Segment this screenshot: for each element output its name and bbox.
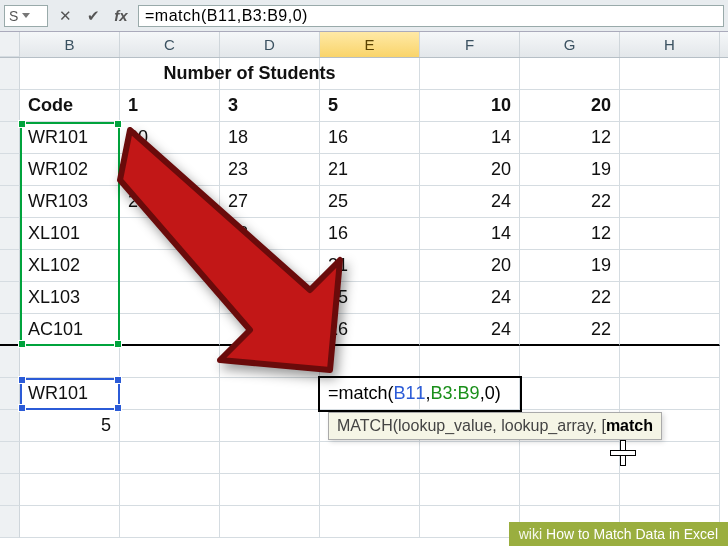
data-cell[interactable]: 24 <box>420 282 520 314</box>
article-footer: wiki How to Match Data in Excel <box>509 522 728 546</box>
active-formula-cell[interactable]: =match(B11,B3:B9,0) <box>320 378 420 410</box>
cancel-icon[interactable]: ✕ <box>54 5 76 27</box>
tooltip-bold: match <box>606 417 653 434</box>
data-cell[interactable]: 16 <box>320 218 420 250</box>
data-cell[interactable]: 26 <box>320 314 420 346</box>
data-cell[interactable]: 18 <box>220 218 320 250</box>
result-cell[interactable]: 5 <box>20 410 120 442</box>
data-cell[interactable] <box>120 218 220 250</box>
code-cell[interactable]: WR103 <box>20 186 120 218</box>
name-box-text: S <box>9 8 18 24</box>
data-cell[interactable]: 24 <box>420 314 520 346</box>
data-cell[interactable]: 20 <box>120 122 220 154</box>
data-cell[interactable] <box>120 282 220 314</box>
col-header-F[interactable]: F <box>420 32 520 57</box>
data-cell[interactable]: 14 <box>420 122 520 154</box>
select-all-corner[interactable] <box>0 32 20 57</box>
grid-row <box>0 474 728 506</box>
data-cell[interactable]: 23 <box>220 154 320 186</box>
num-header[interactable]: 20 <box>520 90 620 122</box>
num-header[interactable]: 10 <box>420 90 520 122</box>
data-cell[interactable]: 20 <box>420 250 520 282</box>
table-row: WR102 25 23 21 20 19 <box>0 154 728 186</box>
table-row: AC101 26 24 22 <box>0 314 728 346</box>
code-cell[interactable]: WR102 <box>20 154 120 186</box>
col-header-D[interactable]: D <box>220 32 320 57</box>
col-header-G[interactable]: G <box>520 32 620 57</box>
data-cell[interactable] <box>220 250 320 282</box>
code-cell[interactable]: XL102 <box>20 250 120 282</box>
data-cell[interactable]: 20 <box>420 154 520 186</box>
data-cell[interactable]: 12 <box>520 122 620 154</box>
formula-tooltip: MATCH(lookup_value, lookup_array, [match <box>328 412 662 440</box>
formula-input[interactable]: =match(B11,B3:B9,0) <box>138 5 724 27</box>
data-cell[interactable]: 28 <box>120 186 220 218</box>
data-cell[interactable]: 24 <box>420 186 520 218</box>
data-cell[interactable]: 19 <box>520 250 620 282</box>
code-cell[interactable]: XL101 <box>20 218 120 250</box>
data-cell[interactable]: 25 <box>320 282 420 314</box>
data-cell[interactable]: 25 <box>320 186 420 218</box>
enter-icon[interactable]: ✔ <box>82 5 104 27</box>
spreadsheet-grid[interactable]: Number of Students Code 1 3 5 10 20 WR10… <box>0 58 728 538</box>
table-row: XL101 18 16 14 12 <box>0 218 728 250</box>
data-cell[interactable]: 14 <box>420 218 520 250</box>
code-cell[interactable]: AC101 <box>20 314 120 346</box>
tooltip-args: (lookup_value, lookup_array, [ <box>393 417 606 434</box>
lookup-value-cell[interactable]: WR101 <box>20 378 120 410</box>
table-row: WR101 20 18 16 14 12 <box>0 122 728 154</box>
table-row: XL102 21 20 19 <box>0 250 728 282</box>
data-cell[interactable] <box>120 314 220 346</box>
name-box-dropdown-icon[interactable] <box>22 13 30 18</box>
table-row: XL103 25 24 22 <box>0 282 728 314</box>
data-cell[interactable]: 21 <box>320 154 420 186</box>
title-text: Number of Students <box>164 63 336 84</box>
grid-row <box>0 442 728 474</box>
column-headers: B C D E F G H <box>0 32 728 58</box>
num-header[interactable]: 1 <box>120 90 220 122</box>
data-cell[interactable]: 27 <box>220 186 320 218</box>
grid-row: Code 1 3 5 10 20 <box>0 90 728 122</box>
col-header-H[interactable]: H <box>620 32 720 57</box>
formula-bar: S ✕ ✔ fx =match(B11,B3:B9,0) <box>0 0 728 32</box>
table-row: WR103 28 27 25 24 22 <box>0 186 728 218</box>
name-box[interactable]: S <box>4 5 48 27</box>
data-cell[interactable]: 19 <box>520 154 620 186</box>
num-header[interactable]: 5 <box>320 90 420 122</box>
data-cell[interactable]: 22 <box>520 314 620 346</box>
data-cell[interactable]: 25 <box>120 154 220 186</box>
grid-row: WR101 =match(B11,B3:B9,0) <box>0 378 728 410</box>
num-header[interactable]: 3 <box>220 90 320 122</box>
col-header-C[interactable]: C <box>120 32 220 57</box>
col-header-E[interactable]: E <box>320 32 420 57</box>
data-cell[interactable]: 22 <box>520 282 620 314</box>
footer-title: How to Match Data in Excel <box>546 526 718 542</box>
data-cell[interactable]: 18 <box>220 122 320 154</box>
code-cell[interactable]: XL103 <box>20 282 120 314</box>
data-cell[interactable] <box>220 314 320 346</box>
data-cell[interactable]: 16 <box>320 122 420 154</box>
col-header-B[interactable]: B <box>20 32 120 57</box>
data-cell[interactable]: 12 <box>520 218 620 250</box>
data-cell[interactable]: 21 <box>320 250 420 282</box>
tooltip-fn: MATCH <box>337 417 393 434</box>
grid-row: Number of Students <box>0 58 728 90</box>
code-cell[interactable]: WR101 <box>20 122 120 154</box>
grid-row <box>0 346 728 378</box>
footer-brand: wiki <box>519 526 542 542</box>
data-cell[interactable] <box>120 250 220 282</box>
data-cell[interactable]: 22 <box>520 186 620 218</box>
fx-icon[interactable]: fx <box>110 5 132 27</box>
title-cell[interactable]: Number of Students <box>220 58 320 90</box>
formula-text: =match(B11,B3:B9,0) <box>145 7 308 25</box>
code-header[interactable]: Code <box>20 90 120 122</box>
data-cell[interactable] <box>220 282 320 314</box>
